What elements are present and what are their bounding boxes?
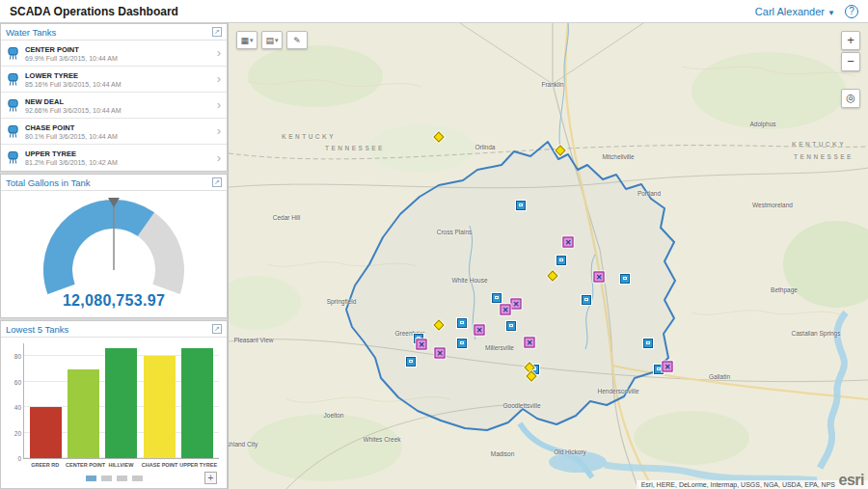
scada-dashboard: SCADA Operations Dashboard Carl Alexande…: [0, 0, 868, 489]
chart-pager: [86, 475, 143, 481]
user-menu[interactable]: Carl Alexander ▼: [755, 6, 835, 17]
panel-title: Total Gallons in Tank: [6, 177, 91, 188]
esri-logo: esri: [839, 472, 864, 489]
tank-marker[interactable]: [457, 339, 467, 348]
water-tank-icon: [7, 98, 19, 113]
pager-dot[interactable]: [86, 475, 96, 481]
zoom-out-button[interactable]: −: [841, 52, 860, 71]
tank-name: CENTER POINT: [25, 45, 217, 54]
bar-categories: GREER RDCENTER POINTHILLVIEWCHASE POINTU…: [23, 459, 219, 470]
alarm-marker[interactable]: ✕: [435, 348, 446, 359]
tank-list-item[interactable]: CENTER POINT69.9% Full 3/6/2015, 10:44 A…: [1, 41, 227, 67]
tank-marker[interactable]: [620, 274, 630, 284]
pager-dot[interactable]: [132, 475, 143, 481]
chevron-right-icon: ›: [217, 100, 221, 110]
tank-marker[interactable]: [506, 321, 516, 331]
tank-list-item[interactable]: CHASE POINT80.1% Full 3/6/2015, 10:44 AM…: [1, 119, 227, 145]
y-axis-tick: 60: [9, 378, 21, 385]
tank-marker[interactable]: [457, 318, 467, 328]
draw-button[interactable]: ✎: [286, 31, 308, 49]
alarm-marker[interactable]: ✕: [525, 338, 535, 348]
water-tanks-panel: Water Tanks ↗ CENTER POINT69.9% Full 3/6…: [0, 23, 228, 172]
gauge-body: 12,080,753.97: [1, 191, 227, 317]
bar-category-label: UPPER TYREE: [179, 462, 214, 468]
water-tanks-panel-header: Water Tanks ↗: [1, 24, 227, 41]
alert-diamond-marker[interactable]: [433, 319, 444, 330]
alert-diamond-marker[interactable]: [433, 131, 444, 142]
bar-chart: 020406080 GREER RDCENTER POINTHILLVIEWCH…: [1, 338, 227, 488]
chart-expand-button[interactable]: +: [204, 472, 217, 484]
bar-category-label: CENTER POINT: [66, 462, 100, 468]
locate-button[interactable]: ◎: [841, 89, 860, 108]
tank-status: 81.2% Full 3/6/2015, 10:42 AM: [25, 159, 217, 166]
bar: [68, 369, 99, 458]
tank-marker[interactable]: [492, 293, 502, 303]
tank-status: 69.9% Full 3/6/2015, 10:44 AM: [25, 55, 217, 62]
bookmarks-icon: ▤: [265, 36, 274, 45]
tank-list-item[interactable]: NEW DEAL92.66% Full 3/6/2015, 10:44 AM›: [1, 93, 227, 119]
map-attribution: Esri, HERE, DeLorme, Intermap, USGS, NGA…: [637, 480, 868, 489]
chevron-right-icon: ›: [217, 48, 221, 58]
alert-diamond-marker[interactable]: [555, 145, 565, 155]
chevron-right-icon: ›: [217, 153, 221, 163]
map-controls: + − ◎: [841, 31, 860, 108]
app-header: SCADA Operations Dashboard Carl Alexande…: [0, 0, 868, 23]
alarm-marker[interactable]: ✕: [563, 237, 574, 248]
y-axis-tick: 20: [9, 429, 21, 436]
water-tank-icon: [7, 124, 19, 139]
page-title: SCADA Operations Dashboard: [10, 5, 178, 18]
tank-status: 92.66% Full 3/6/2015, 10:44 AM: [25, 107, 217, 114]
tank-status: 85.16% Full 3/6/2015, 10:44 AM: [25, 81, 217, 88]
y-axis-tick: 80: [9, 353, 21, 360]
map[interactable]: FranklinAdolphusOrlindaMitchellvillePort…: [229, 23, 868, 489]
tank-marker[interactable]: [406, 357, 416, 367]
y-axis-tick: 0: [9, 455, 21, 462]
help-button[interactable]: ?: [845, 5, 858, 18]
bookmarks-button[interactable]: ▤▾: [261, 31, 283, 49]
tank-name: CHASE POINT: [25, 123, 217, 132]
tank-list-item[interactable]: UPPER TYREE81.2% Full 3/6/2015, 10:42 AM…: [1, 145, 227, 171]
user-name: Carl Alexander: [755, 6, 825, 17]
tank-list-item[interactable]: LOWER TYREE85.16% Full 3/6/2015, 10:44 A…: [1, 67, 227, 93]
chevron-right-icon: ›: [217, 74, 221, 84]
gauge-panel: Total Gallons in Tank ↗ 12,080,753.97: [0, 174, 228, 318]
draw-icon: ✎: [293, 36, 301, 45]
alarm-marker[interactable]: ✕: [511, 299, 522, 310]
alarm-marker[interactable]: ✕: [475, 325, 485, 336]
bar-series: [24, 343, 219, 458]
tank-marker[interactable]: [516, 201, 526, 210]
zoom-in-button[interactable]: +: [841, 31, 860, 50]
bar-category-label: CHASE POINT: [142, 462, 176, 468]
caret-down-icon: ▾: [275, 37, 279, 44]
alarm-marker[interactable]: ✕: [501, 305, 511, 315]
bar-plot: 020406080: [23, 343, 219, 459]
bar-category-label: GREER RD: [28, 462, 63, 468]
sidebar: Water Tanks ↗ CENTER POINT69.9% Full 3/6…: [0, 23, 229, 489]
basemap-gallery-button[interactable]: ▦▾: [236, 31, 258, 49]
basemap-gallery-icon: ▦: [240, 36, 249, 45]
map-toolbar: ▦▾▤▾✎: [236, 31, 308, 49]
alarm-marker[interactable]: ✕: [594, 272, 605, 283]
tank-marker[interactable]: [556, 256, 566, 265]
bar: [144, 356, 176, 458]
gauge-value: 12,080,753.97: [1, 292, 227, 310]
chart-footer: +: [9, 470, 219, 486]
panel-title: Lowest 5 Tanks: [6, 324, 68, 335]
pager-dot[interactable]: [101, 475, 112, 481]
alarm-marker[interactable]: ✕: [417, 340, 427, 350]
marker-layer: ✕✕✕✕✕✕✕✕✕: [229, 23, 868, 489]
tank-marker[interactable]: [643, 339, 653, 348]
expand-panel-icon[interactable]: ↗: [212, 324, 222, 334]
tank-name: NEW DEAL: [25, 97, 217, 106]
alarm-marker[interactable]: ✕: [663, 362, 673, 372]
expand-panel-icon[interactable]: ↗: [212, 177, 222, 187]
alert-diamond-marker[interactable]: [547, 270, 557, 281]
bar: [181, 348, 213, 458]
expand-panel-icon[interactable]: ↗: [212, 27, 222, 37]
pager-dot[interactable]: [117, 475, 127, 481]
caret-down-icon: ▾: [250, 37, 254, 44]
tank-marker[interactable]: [582, 295, 591, 305]
panel-title: Water Tanks: [6, 27, 56, 38]
water-tank-icon: [7, 72, 19, 87]
gauge-panel-header: Total Gallons in Tank ↗: [1, 175, 227, 191]
